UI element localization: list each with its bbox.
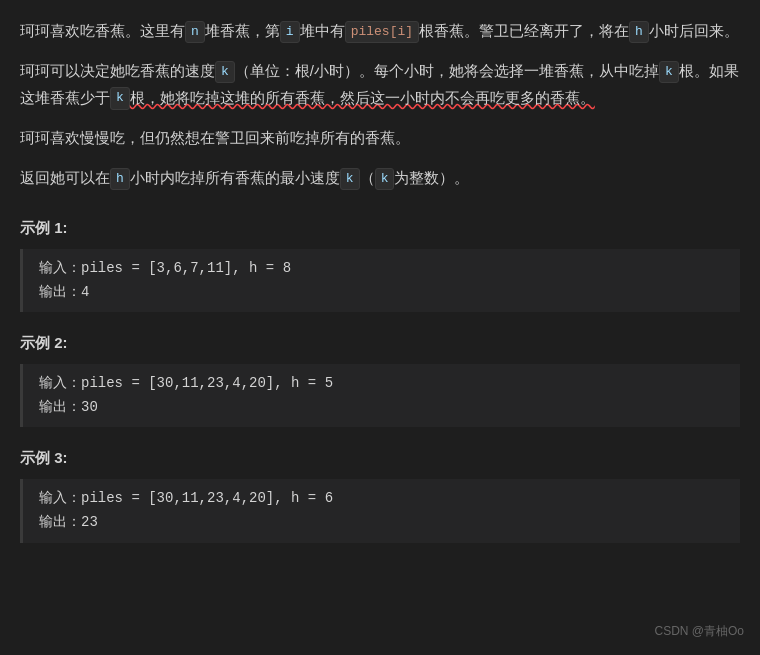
code-k-para4-1: k [340,168,360,190]
code-h-para4: h [110,168,130,190]
para3-text: 珂珂喜欢慢慢吃，但仍然想在警卫回来前吃掉所有的香蕉。 [20,129,410,146]
code-i: i [280,21,300,43]
para4-text1: 返回她可以在 [20,169,110,186]
paragraph-4: 返回她可以在h小时内吃掉所有香蕉的最小速度k（k为整数）。 [20,165,740,191]
code-n: n [185,21,205,43]
para1-text1: 珂珂喜欢吃香蕉。这里有 [20,22,185,39]
code-k-para2-3: k [110,87,130,109]
code-piles-i: piles[i] [345,21,419,43]
paragraph-2: 珂珂可以决定她吃香蕉的速度k（单位：根/小时）。每个小时，她将会选择一堆香蕉，从… [20,58,740,111]
para4-text3: （ [360,169,375,186]
example-1: 示例 1: 输入：piles = [3,6,7,11], h = 8 输出：4 [20,215,740,312]
para1-text3: 堆中有 [300,22,345,39]
example-3-input: 输入：piles = [30,11,23,4,20], h = 6 [39,487,724,511]
example-3-block: 输入：piles = [30,11,23,4,20], h = 6 输出：23 [20,479,740,543]
example-2-block: 输入：piles = [30,11,23,4,20], h = 5 输出：30 [20,364,740,428]
code-k-para2-1: k [215,61,235,83]
para4-text4: 为整数）。 [394,169,469,186]
code-k-para2-2: k [659,61,679,83]
example-2-title: 示例 2: [20,330,740,356]
example-1-input: 输入：piles = [3,6,7,11], h = 8 [39,257,724,281]
example-3-title: 示例 3: [20,445,740,471]
example-2-output: 输出：30 [39,396,724,420]
code-h-para1: h [629,21,649,43]
example-1-block: 输入：piles = [3,6,7,11], h = 8 输出：4 [20,249,740,313]
example-1-title: 示例 1: [20,215,740,241]
para1-text4: 根香蕉。警卫已经离开了，将在 [419,22,629,39]
para2-text2: （单位：根/小时）。每个小时，她将会选择一堆香蕉，从中吃掉 [235,62,659,79]
code-k-para4-2: k [375,168,395,190]
example-1-output: 输出：4 [39,281,724,305]
para1-text2: 堆香蕉，第 [205,22,280,39]
para2-text4: 根，她将吃掉这堆的所有香蕉，然后这一小时内不会再吃更多的香蕉。 [130,89,595,106]
para4-text2: 小时内吃掉所有香蕉的最小速度 [130,169,340,186]
para2-text1: 珂珂可以决定她吃香蕉的速度 [20,62,215,79]
example-3-output: 输出：23 [39,511,724,535]
watermark: CSDN @青柚Oo [654,621,744,641]
example-2-input: 输入：piles = [30,11,23,4,20], h = 5 [39,372,724,396]
paragraph-3: 珂珂喜欢慢慢吃，但仍然想在警卫回来前吃掉所有的香蕉。 [20,125,740,151]
para1-text5: 小时后回来。 [649,22,739,39]
paragraph-1: 珂珂喜欢吃香蕉。这里有n堆香蕉，第i堆中有piles[i]根香蕉。警卫已经离开了… [20,18,740,44]
examples-container: 示例 1: 输入：piles = [3,6,7,11], h = 8 输出：4 … [20,215,740,542]
example-3: 示例 3: 输入：piles = [30,11,23,4,20], h = 6 … [20,445,740,542]
spacer [20,205,740,215]
example-2: 示例 2: 输入：piles = [30,11,23,4,20], h = 5 … [20,330,740,427]
